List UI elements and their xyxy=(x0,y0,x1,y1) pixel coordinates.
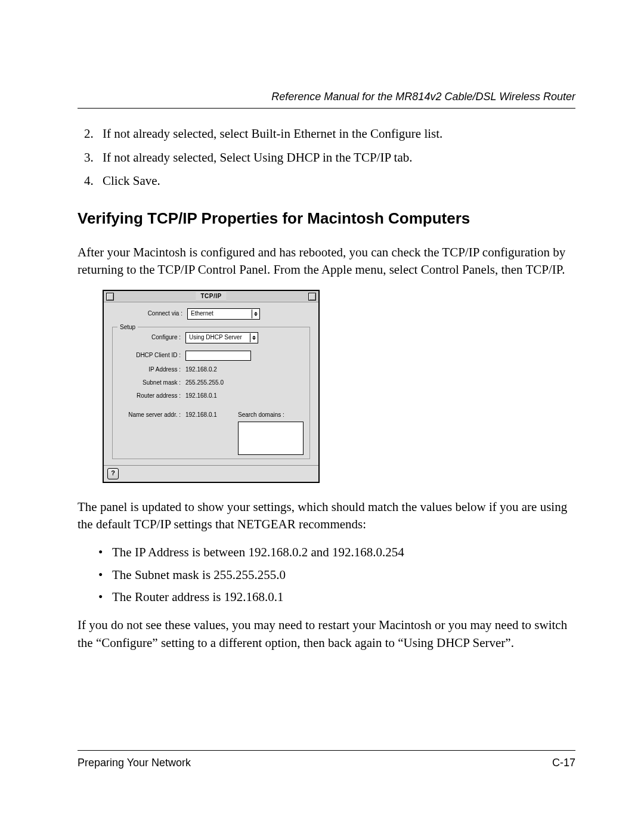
footer-section: Preparing Your Network xyxy=(78,755,191,770)
list-item: The Subnet mask is 255.255.255.0 xyxy=(112,566,575,584)
router-address-label: Router address : xyxy=(119,392,181,400)
subnet-mask-value: 255.255.255.0 xyxy=(185,379,224,387)
connect-via-label: Connect via : xyxy=(112,309,182,318)
help-icon[interactable]: ? xyxy=(107,468,119,479)
connect-via-value: Ethernet xyxy=(191,309,213,318)
subnet-mask-label: Subnet mask : xyxy=(119,379,181,387)
configure-label: Configure : xyxy=(119,333,181,342)
running-header: Reference Manual for the MR814v2 Cable/D… xyxy=(78,89,575,104)
search-domains-label: Search domains : xyxy=(238,411,304,419)
mac-titlebar[interactable]: TCP/IP xyxy=(104,291,318,302)
footer-rule xyxy=(78,750,575,751)
list-item: The IP Address is between 192.168.0.2 an… xyxy=(112,544,575,561)
setup-group: Setup Configure : Using DHCP Server DHCP… xyxy=(112,327,310,459)
step-list: If not already selected, select Built-in… xyxy=(78,125,575,190)
router-address-value: 192.168.0.1 xyxy=(185,392,217,400)
after-panel-paragraph: The panel is updated to show your settin… xyxy=(78,498,575,534)
mac-footer: ? xyxy=(104,465,318,482)
connect-via-select[interactable]: Ethernet xyxy=(187,308,260,320)
mac-body: Connect via : Ethernet Setup Configure :… xyxy=(104,302,318,465)
dhcp-client-id-input[interactable] xyxy=(185,351,251,361)
list-item: The Router address is 192.168.0.1 xyxy=(112,589,575,606)
dhcp-client-id-label: DHCP Client ID : xyxy=(119,351,181,360)
name-server-label: Name server addr. : xyxy=(119,411,181,419)
closing-paragraph: If you do not see these values, you may … xyxy=(78,617,575,652)
ip-address-value: 192.168.0.2 xyxy=(185,366,217,374)
step-item-3: If not already selected, Select Using DH… xyxy=(97,149,575,166)
configure-value: Using DHCP Server xyxy=(189,333,242,342)
updown-arrows-icon xyxy=(252,309,259,318)
help-glyph: ? xyxy=(111,469,115,478)
intro-paragraph: After your Macintosh is configured and h… xyxy=(78,244,575,279)
footer-page-number: C-17 xyxy=(552,755,575,770)
tcpip-control-panel: TCP/IP Connect via : Ethernet Setup Conf… xyxy=(103,290,320,483)
search-domains-input[interactable] xyxy=(238,422,304,455)
zoom-box-icon[interactable] xyxy=(308,293,316,301)
step-item-4: Click Save. xyxy=(97,172,575,190)
page-footer: Preparing Your Network C-17 xyxy=(78,744,575,770)
header-rule xyxy=(78,108,575,109)
updown-arrows-icon xyxy=(250,333,258,342)
setup-legend: Setup xyxy=(117,323,138,332)
recommended-values-list: The IP Address is between 192.168.0.2 an… xyxy=(78,544,575,606)
name-server-value: 192.168.0.1 xyxy=(185,411,217,419)
section-heading: Verifying TCP/IP Properties for Macintos… xyxy=(78,208,575,229)
ip-address-label: IP Address : xyxy=(119,366,181,374)
configure-select[interactable]: Using DHCP Server xyxy=(185,332,258,343)
document-page: Reference Manual for the MR814v2 Cable/D… xyxy=(0,0,644,833)
step-item-2: If not already selected, select Built-in… xyxy=(97,125,575,143)
close-box-icon[interactable] xyxy=(106,293,114,301)
window-title: TCP/IP xyxy=(196,292,226,301)
